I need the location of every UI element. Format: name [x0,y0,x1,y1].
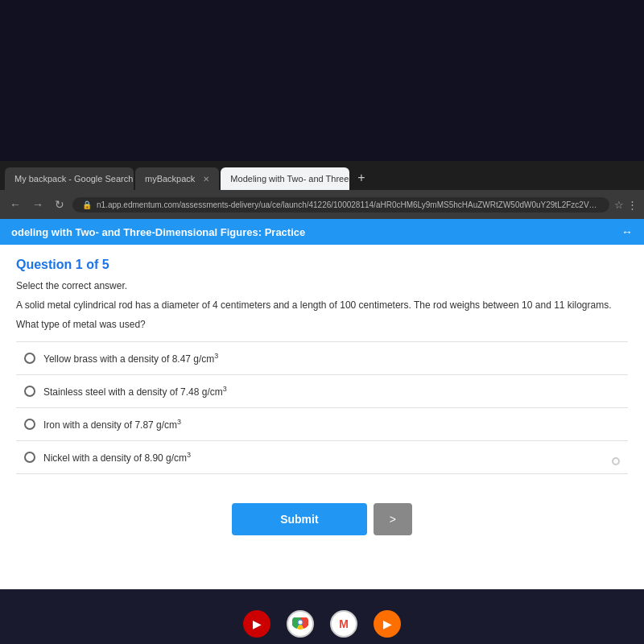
question-number: Question 1 of 5 [16,258,628,272]
gmail-icon: M [339,617,349,630]
question-text-line1: A solid metal cylindrical rod has a diam… [16,298,628,312]
option-text-c: Iron with a density of 7.87 g/cm3 [43,418,181,431]
next-button[interactable]: > [374,503,412,535]
browser-actions: ☆ ⋮ [614,199,638,211]
more-icon[interactable]: ⋮ [627,199,638,211]
answer-option-b[interactable]: Stainless steel with a density of 7.48 g… [16,375,628,408]
radio-c[interactable] [24,419,35,430]
tab-close-icon[interactable]: ✕ [203,175,209,184]
back-button[interactable]: ← [6,196,24,213]
taskbar-youtube[interactable]: ▶ [243,610,270,638]
address-bar[interactable]: 🔒 n1.app.edmentum.com/assessments-delive… [72,197,609,213]
tab-modeling[interactable]: Modeling with Two- and Three-C... ✕ [221,167,349,190]
option-text-d: Nickel with a density of 8.90 g/cm3 [43,451,191,464]
tab-label: Modeling with Two- and Three-C... [230,174,349,184]
page-header: odeling with Two- and Three-Dimensional … [0,219,644,245]
dark-background-top [0,0,644,161]
browser-chrome: My backpack - Google Search ✕ myBackpack… [0,161,644,219]
radio-b[interactable] [24,386,35,397]
lock-icon: 🔒 [82,200,92,209]
bookmark-icon[interactable]: ☆ [614,199,624,211]
youtube-icon: ▶ [253,617,262,630]
forward-button[interactable]: → [29,196,47,213]
question-instruction: Select the correct answer. [16,280,628,291]
answer-option-c[interactable]: Iron with a density of 7.87 g/cm3 [16,408,628,441]
address-bar-row: ← → ↻ 🔒 n1.app.edmentum.com/assessments-… [0,190,644,219]
taskbar-gmail[interactable]: M [330,610,357,638]
answer-options: Yellow brass with a density of 8.47 g/cm… [16,341,628,474]
radio-a[interactable] [24,353,35,364]
submit-area: Submit > [0,487,644,551]
tab-backpack-search[interactable]: My backpack - Google Search ✕ [5,167,134,190]
svg-point-2 [299,621,303,625]
taskbar-chrome[interactable] [287,610,314,638]
scroll-indicator [612,457,620,465]
reload-button[interactable]: ↻ [52,196,68,213]
page-header-icon: ↔ [621,225,633,238]
answer-option-d[interactable]: Nickel with a density of 8.90 g/cm3 [16,441,628,474]
url-text: n1.app.edmentum.com/assessments-delivery… [97,200,600,209]
option-text-b: Stainless steel with a density of 7.48 g… [43,385,227,398]
new-tab-button[interactable]: + [351,167,371,188]
taskbar-play[interactable]: ▶ [374,610,401,638]
tab-label: My backpack - Google Search [14,174,133,184]
option-text-a: Yellow brass with a density of 8.47 g/cm… [43,352,218,365]
radio-d[interactable] [24,452,35,463]
tab-mybackpack[interactable]: myBackpack ✕ [135,167,219,190]
play-icon: ▶ [383,617,392,630]
answer-option-a[interactable]: Yellow brass with a density of 8.47 g/cm… [16,342,628,375]
question-text-line2: What type of metal was used? [16,317,628,332]
tab-label: myBackpack [145,174,195,184]
tab-bar: My backpack - Google Search ✕ myBackpack… [0,161,644,190]
page-content: odeling with Two- and Three-Dimensional … [0,219,644,589]
submit-button[interactable]: Submit [232,503,366,535]
page-header-title: odeling with Two- and Three-Dimensional … [11,226,305,238]
chrome-icon [292,614,308,634]
taskbar: ▶ M ▶ [0,604,644,644]
question-container: Question 1 of 5 Select the correct answe… [0,245,644,487]
